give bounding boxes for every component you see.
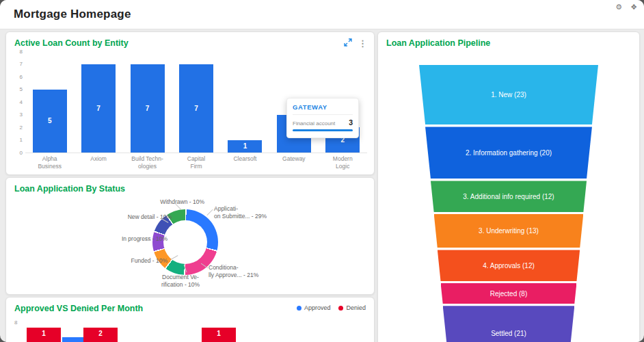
funnel-stage-label: 4. Approvals (12) bbox=[483, 262, 535, 269]
bar-alpha-business[interactable]: 5 bbox=[33, 90, 67, 153]
denied-bar[interactable]: 2 bbox=[83, 328, 118, 342]
kebab-menu-icon[interactable]: ⋮ bbox=[358, 38, 367, 49]
funnel-stage[interactable]: Rejected (8) bbox=[441, 283, 577, 304]
card-actions: ⋮ bbox=[344, 37, 367, 49]
leader-line bbox=[206, 209, 213, 215]
bar-build-technologies[interactable]: 7 bbox=[131, 64, 165, 153]
x-axis-label: Gateway bbox=[269, 155, 318, 163]
x-axis-label: Axiom bbox=[74, 155, 122, 163]
pipeline-funnel-chart: 1. New (23)2. Information gathering (20)… bbox=[378, 65, 639, 342]
funnel-stage[interactable]: 3. Additional info required (12) bbox=[431, 181, 587, 212]
funnel-stage-label: 1. New (23) bbox=[491, 91, 526, 98]
bar-capital-firm[interactable]: 7 bbox=[179, 64, 213, 153]
bar-value-label: 7 bbox=[146, 105, 150, 112]
donut-label-funded: Funded - 10% bbox=[95, 257, 167, 265]
y-axis-tick: 8 bbox=[9, 49, 23, 55]
card-title: Loan Application By Status bbox=[14, 184, 125, 194]
dashboard-window: Mortgage Homepage ⚙ ❖ Active Loan Count … bbox=[0, 0, 644, 342]
approved-dot-icon bbox=[297, 306, 301, 311]
denied-bar[interactable]: 1 bbox=[202, 328, 236, 342]
card-active-loan-count: Active Loan Count by Entity ⋮ 0123456785… bbox=[5, 31, 375, 175]
x-axis-label: Modern Logic bbox=[319, 155, 367, 170]
donut-hole bbox=[163, 220, 207, 264]
funnel-stage-label: Rejected (8) bbox=[490, 290, 527, 298]
system-icons: ⚙ ❖ bbox=[615, 2, 637, 12]
x-axis-label: Clearsoft bbox=[221, 155, 269, 163]
card-approved-vs-denied: Approved VS Denied Per Month Approved De… bbox=[5, 297, 375, 342]
x-axis-label: Build Techn- ologies bbox=[123, 155, 172, 170]
donut-label-new-detail: New detail - 10% bbox=[91, 213, 172, 221]
card-title: Active Loan Count by Entity bbox=[14, 38, 129, 48]
funnel-stage[interactable]: Settled (21) bbox=[443, 306, 575, 342]
app-bar: Mortgage Homepage ⚙ ❖ bbox=[0, 0, 644, 29]
expand-icon[interactable] bbox=[344, 37, 352, 49]
x-axis-label: Capital Firm bbox=[172, 155, 220, 170]
donut-label-in-progress: In progress - 10% bbox=[85, 235, 167, 243]
denied-dot-icon bbox=[338, 306, 343, 311]
card-loan-status: Loan Application By Status Applicati- on… bbox=[5, 177, 375, 295]
funnel-stage-label: 3. Underwriting (13) bbox=[479, 227, 539, 235]
apps-icon[interactable]: ❖ bbox=[630, 2, 637, 12]
tooltip-title: GATEWAY bbox=[293, 103, 353, 115]
donut-label-application-submitted: Applicati- on Submitte... - 29% bbox=[214, 205, 267, 220]
bar-value-label: 7 bbox=[194, 105, 198, 112]
tooltip-label: Financial account bbox=[293, 120, 335, 127]
bar-value-label: 5 bbox=[48, 117, 52, 124]
funnel-stage[interactable]: 3. Underwriting (13) bbox=[434, 214, 584, 248]
y-axis-tick: 0 bbox=[9, 150, 23, 156]
funnel-stage-label: Settled (21) bbox=[491, 330, 526, 337]
page-title: Mortgage Homepage bbox=[14, 0, 131, 29]
funnel-stage[interactable]: 2. Information gathering (20) bbox=[425, 127, 592, 179]
tooltip-value: 3 bbox=[349, 118, 353, 127]
denied-bar[interactable]: 1 bbox=[27, 328, 61, 342]
funnel-stage[interactable]: 4. Approvals (12) bbox=[438, 250, 580, 281]
chart-tooltip: GATEWAY Financial account 3 bbox=[286, 98, 359, 138]
bar-value-label: 7 bbox=[96, 105, 100, 112]
y-axis-tick: 6 bbox=[9, 74, 23, 80]
gear-icon[interactable]: ⚙ bbox=[615, 2, 622, 12]
y-axis-tick: 7 bbox=[9, 61, 23, 67]
legend-item-approved[interactable]: Approved bbox=[297, 304, 331, 311]
y-axis-tick: 4 bbox=[9, 99, 23, 105]
x-axis-label: Alpha Business bbox=[25, 155, 74, 170]
funnel-stage-label: 2. Information gathering (20) bbox=[466, 149, 552, 157]
donut-label-conditionally-approved: Conditiona- lly Approve... - 21% bbox=[209, 264, 258, 279]
legend-item-denied[interactable]: Denied bbox=[338, 304, 366, 311]
y-axis-tick: 5 bbox=[9, 86, 23, 92]
y-axis-tick: 3 bbox=[9, 111, 23, 118]
tooltip-row: Financial account 3 bbox=[293, 118, 353, 127]
y-axis-tick: 2 bbox=[9, 124, 23, 131]
y-axis-tick: 8 bbox=[14, 319, 17, 326]
donut-label-withdrawn: Withdrawn - 10% bbox=[116, 198, 204, 206]
bar-value-label: 1 bbox=[243, 142, 247, 150]
chart-legend: Approved Denied bbox=[297, 304, 366, 311]
card-title: Loan Application Pipeline bbox=[386, 38, 490, 48]
donut-label-document-verification: Document Ve- rification - 10% bbox=[146, 274, 215, 289]
tooltip-accent-bar bbox=[293, 129, 353, 131]
card-loan-pipeline: Loan Application Pipeline 1. New (23)2. … bbox=[377, 31, 640, 342]
card-title: Approved VS Denied Per Month bbox=[14, 304, 143, 313]
bar-clearsoft[interactable]: 1 bbox=[228, 140, 262, 153]
funnel-stage[interactable]: 1. New (23) bbox=[419, 65, 598, 124]
y-axis-tick: 1 bbox=[9, 137, 23, 143]
bar-axiom[interactable]: 7 bbox=[81, 64, 116, 153]
funnel-stage-label: 3. Additional info required (12) bbox=[463, 193, 554, 200]
